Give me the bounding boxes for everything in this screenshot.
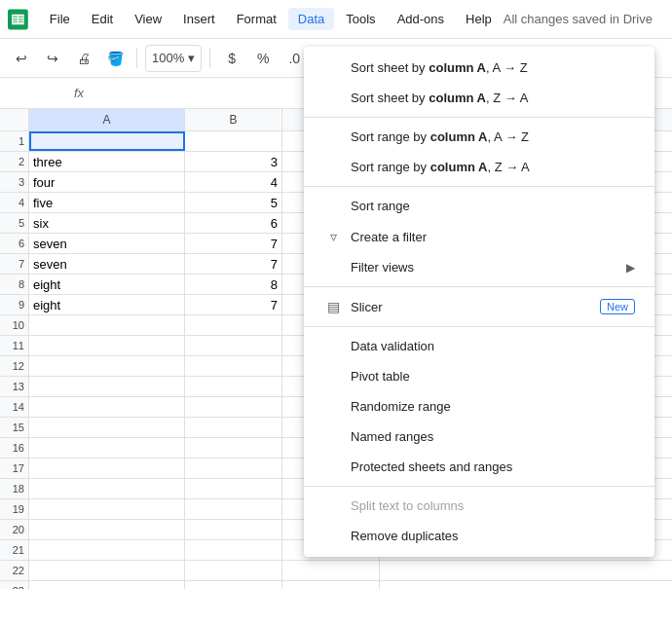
percent-button[interactable]: % [249,45,277,72]
cell-b[interactable]: 3 [185,152,282,171]
menu-item-protected-sheets[interactable]: Protected sheets and ranges [304,452,654,482]
print-button[interactable]: 🖨 [70,45,97,72]
cell-b[interactable] [185,418,282,437]
cell-a[interactable]: seven [29,254,185,274]
menu-item-label: Protected sheets and ranges [351,459,512,474]
new-badge: New [600,299,635,314]
zoom-selector[interactable]: 100% ▾ [145,45,202,72]
menu-view[interactable]: View [125,8,171,30]
cell-b[interactable] [185,479,282,498]
cell-b[interactable] [185,336,282,355]
cell-b[interactable] [185,540,282,560]
cell-b[interactable]: 6 [185,213,282,233]
col-header-b[interactable]: B [185,109,282,130]
cell-a[interactable] [29,356,185,376]
menu-edit[interactable]: Edit [82,8,123,30]
currency-button[interactable]: $ [218,45,245,72]
menu-item-sort-range[interactable]: Sort range [304,191,654,221]
cell-b[interactable]: 5 [185,193,282,212]
cell-a[interactable] [29,315,185,335]
menu-item-sort-range-za[interactable]: Sort range by column A, Z → A [304,152,654,182]
menu-item-pivot-table[interactable]: Pivot table [304,361,654,391]
submenu-arrow-icon: ▶ [626,261,635,275]
cell-a[interactable]: three [29,152,185,171]
cell-b[interactable]: 7 [185,295,282,314]
row-number: 20 [0,520,29,539]
svg-rect-3 [19,16,23,18]
menu-file[interactable]: File [40,8,80,30]
cell-b[interactable] [185,438,282,458]
cell-b[interactable] [185,459,282,478]
cell-c[interactable] [282,561,380,580]
menu-item-randomize-range[interactable]: Randomize range [304,391,654,422]
cell-a[interactable] [29,499,185,519]
cell-a[interactable] [29,479,185,498]
cell-a[interactable]: eight [29,275,185,294]
cell-b[interactable] [185,356,282,376]
cell-a[interactable]: six [29,213,185,233]
menu-item-data-validation[interactable]: Data validation [304,331,654,361]
row-number: 15 [0,418,29,437]
cell-b[interactable] [185,520,282,539]
cell-a[interactable] [29,131,185,151]
menu-item-label: Split text to columns [351,498,464,513]
menu-item-remove-dupes[interactable]: Remove duplicates [304,521,654,551]
cell-a[interactable] [29,581,185,589]
cell-a[interactable]: seven [29,234,185,253]
cell-a[interactable]: five [29,193,185,212]
menu-data[interactable]: Data [288,8,334,30]
menu-divider [304,186,654,187]
cell-b[interactable]: 8 [185,275,282,294]
menu-item-filter-views[interactable]: Filter views▶ [304,252,654,282]
menu-item-create-filter[interactable]: ▿Create a filter [304,221,654,252]
cell-a[interactable] [29,336,185,355]
menu-item-named-ranges[interactable]: Named ranges [304,422,654,452]
row-number: 14 [0,397,29,417]
cell-a[interactable] [29,377,185,396]
col-header-a[interactable]: A [29,109,185,130]
cell-b[interactable]: 7 [185,234,282,253]
cell-b[interactable] [185,131,282,151]
menu-item-sort-az[interactable]: Sort sheet by column A, A → Z [304,53,654,83]
redo-button[interactable]: ↪ [39,45,66,72]
cell-a[interactable] [29,540,185,560]
save-status: All changes saved in Drive [504,12,660,26]
cell-b[interactable] [185,499,282,519]
svg-rect-5 [19,18,23,19]
cell-b[interactable] [185,397,282,417]
row-number: 3 [0,172,29,192]
data-menu-dropdown: Sort sheet by column A, A → ZSort sheet … [304,47,654,557]
menu-format[interactable]: Format [227,8,286,30]
cell-b[interactable] [185,315,282,335]
cell-a[interactable] [29,438,185,458]
cell-a[interactable] [29,418,185,437]
menu-insert[interactable]: Insert [173,8,225,30]
menu-item-sort-range-az[interactable]: Sort range by column A, A → Z [304,122,654,152]
cell-a[interactable]: four [29,172,185,192]
cell-b[interactable] [185,377,282,396]
cell-b[interactable] [185,561,282,580]
cell-c[interactable] [282,581,380,589]
menu-item-label: Sort sheet by column A, A → Z [351,60,528,75]
menu-item-sort-za[interactable]: Sort sheet by column A, Z → A [304,83,654,113]
menu-item-label: Remove duplicates [351,529,459,543]
row-number: 18 [0,479,29,498]
table-row[interactable]: 22 [0,561,672,581]
paint-format-button[interactable]: 🪣 [101,45,129,72]
cell-a[interactable]: eight [29,295,185,314]
undo-button[interactable]: ↩ [8,45,35,72]
cell-a[interactable] [29,459,185,478]
cell-b[interactable]: 7 [185,254,282,274]
menu-addons[interactable]: Add-ons [388,8,454,30]
cell-b[interactable]: 4 [185,172,282,192]
menu-help[interactable]: Help [456,8,502,30]
table-row[interactable]: 23 [0,581,672,589]
menu-item-slicer[interactable]: ▤SlicerNew [304,291,654,322]
cell-b[interactable] [185,581,282,589]
cell-a[interactable] [29,520,185,539]
cell-a[interactable] [29,397,185,417]
row-number: 17 [0,459,29,478]
row-number: 1 [0,131,29,151]
menu-tools[interactable]: Tools [336,8,385,30]
cell-a[interactable] [29,561,185,580]
